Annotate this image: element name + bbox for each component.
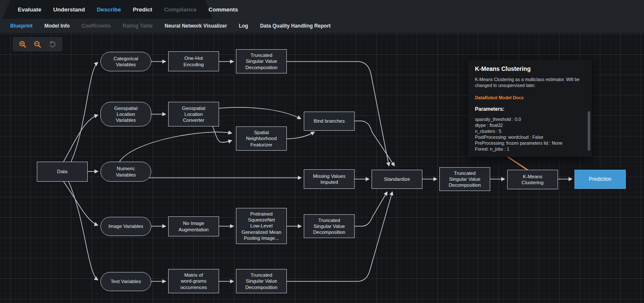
header: EvaluateUnderstandDescribePredictComplia… bbox=[0, 0, 644, 33]
subtab-data-quality-handling-report[interactable]: Data Quality Handling Report bbox=[254, 23, 337, 29]
node-categorical-variables[interactable]: Categorical Variables bbox=[100, 52, 151, 71]
tab-comments[interactable]: Comments bbox=[203, 6, 244, 13]
node-image-variables[interactable]: Image Variables bbox=[100, 217, 151, 236]
node-geospatial-location-variables[interactable]: Geospatial Location Variables bbox=[100, 102, 151, 126]
node-tsvd-image[interactable]: Truncated Singular Value Decomposition bbox=[304, 214, 355, 238]
node-tsvd-categorical[interactable]: Truncated Singular Value Decomposition bbox=[236, 49, 287, 73]
tooltip-param: dtype : float32 bbox=[475, 123, 585, 129]
tooltip-docs-link[interactable]: DataRobot Model Docs bbox=[475, 95, 524, 100]
tooltip-param: PostProcessing: wordcloud : False bbox=[475, 135, 585, 140]
tooltip-title: K-Means Clustering bbox=[475, 65, 585, 72]
magnifier-plus-icon bbox=[19, 40, 27, 48]
node-k-means-clustering[interactable]: K-Means Clustering bbox=[507, 170, 558, 189]
subtab-blueprint[interactable]: Blueprint bbox=[4, 23, 39, 29]
tooltip-param: sparsity_threshold : 0.0 bbox=[475, 117, 585, 123]
node-tooltip: K-Means Clustering K-Means Clustering as… bbox=[468, 59, 592, 157]
node-text-variables[interactable]: Text Variables bbox=[100, 272, 151, 291]
node-numeric-variables[interactable]: Numeric Variables bbox=[100, 162, 151, 182]
subtab-neural-network-visualizer[interactable]: Neural Network Visualizer bbox=[158, 23, 233, 29]
tooltip-params-list: sparsity_threshold : 0.0dtype : float32n… bbox=[475, 117, 585, 152]
tooltip-param: PreProcessing: frozen parameters lid : N… bbox=[475, 140, 585, 146]
node-one-hot-encoding[interactable]: One-Hot Encoding bbox=[168, 51, 219, 71]
secondary-tabs: BlueprintModel InfoCoefficientsRating Ta… bbox=[4, 19, 336, 33]
zoom-out-button[interactable] bbox=[33, 39, 43, 49]
tab-understand[interactable]: Understand bbox=[47, 6, 91, 13]
tooltip-param: Forest: n_jobs : 1 bbox=[475, 146, 585, 152]
node-tsvd-final[interactable]: Truncated Singular Value Decomposition bbox=[439, 167, 490, 191]
node-data[interactable]: Data bbox=[37, 162, 88, 182]
node-standardize[interactable]: Standardize bbox=[372, 170, 422, 189]
zoom-in-button[interactable] bbox=[17, 39, 28, 49]
primary-tabs: EvaluateUnderstandDescribePredictComplia… bbox=[6, 0, 250, 19]
node-pretrained-squeezenet[interactable]: Pretrained SqueezeNet Low-Level Generali… bbox=[236, 208, 287, 244]
tooltip-description: K-Means Clustering as a multiclass estim… bbox=[475, 76, 585, 88]
node-geospatial-location-converter[interactable]: Geospatial Location Converter bbox=[168, 102, 219, 126]
subtab-rating-table: Rating Table bbox=[117, 23, 158, 29]
tab-evaluate[interactable]: Evaluate bbox=[12, 6, 47, 13]
node-spatial-neighborhood-featurizer[interactable]: Spatial Neighborhood Featurizer bbox=[236, 126, 287, 151]
node-tsvd-text[interactable]: Truncated Singular Value Decomposition bbox=[236, 269, 287, 293]
reset-view-button[interactable] bbox=[47, 39, 58, 49]
rotate-ccw-icon bbox=[48, 40, 56, 48]
node-bind-branches[interactable]: Bind branches bbox=[304, 112, 355, 131]
node-no-image-augmentation[interactable]: No Image Augmentation bbox=[168, 216, 219, 236]
tab-predict[interactable]: Predict bbox=[127, 6, 158, 13]
tab-compliance: Compliance bbox=[158, 6, 203, 13]
node-matrix-word-grams[interactable]: Matrix of word-grams occurrences bbox=[168, 269, 219, 293]
magnifier-minus-icon bbox=[33, 40, 42, 48]
subtab-log[interactable]: Log bbox=[233, 23, 254, 29]
tab-describe[interactable]: Describe bbox=[91, 6, 127, 13]
subtab-coefficients: Coefficients bbox=[76, 23, 117, 29]
node-prediction[interactable]: Prediction bbox=[575, 170, 626, 189]
tooltip-params-heading: Parameters: bbox=[475, 106, 585, 112]
subtab-model-info[interactable]: Model Info bbox=[39, 23, 76, 29]
zoom-toolbar bbox=[13, 37, 62, 51]
node-missing-values-imputed[interactable]: Missing Values Imputed bbox=[304, 169, 355, 189]
tooltip-param: n_clusters : 5 bbox=[475, 129, 585, 135]
tooltip-scrollbar-thumb[interactable] bbox=[588, 111, 590, 151]
